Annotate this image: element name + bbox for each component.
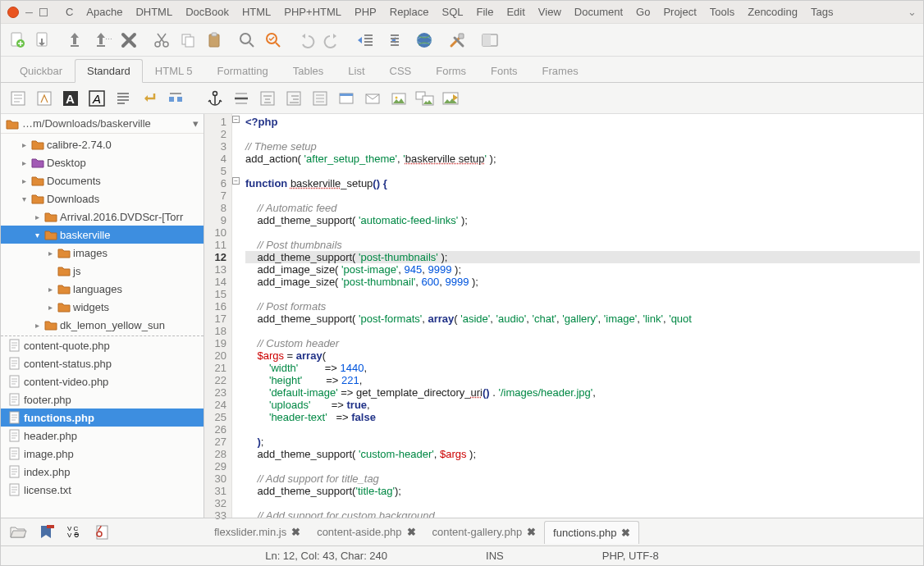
bold-icon[interactable]: A xyxy=(60,88,81,109)
menu-sql[interactable]: SQL xyxy=(435,3,469,21)
comment-icon[interactable] xyxy=(309,88,331,109)
preferences-icon[interactable] xyxy=(447,30,467,50)
file-item[interactable]: content-status.php xyxy=(1,354,204,372)
save-as-icon[interactable]: … xyxy=(93,30,112,50)
image-icon[interactable] xyxy=(388,88,409,109)
menu-php+html[interactable]: PHP+HTML xyxy=(277,3,348,21)
window-close-button[interactable] xyxy=(7,7,19,18)
link-icon[interactable] xyxy=(336,88,357,109)
bookmarks-icon[interactable] xyxy=(39,524,55,541)
file-item[interactable]: header.php xyxy=(1,427,204,445)
breadcrumb[interactable]: …m/Downloads/baskerville ▾ xyxy=(1,114,204,134)
file-item[interactable]: index.php xyxy=(1,463,204,481)
code-editor[interactable]: 1234567891011121314151617181920212223242… xyxy=(204,114,923,518)
menu-go[interactable]: Go xyxy=(629,3,656,21)
tree-item[interactable]: ▸Desktop xyxy=(1,153,204,171)
tree-item[interactable]: ▾baskerville xyxy=(1,226,204,244)
find-icon[interactable] xyxy=(237,30,257,50)
save-icon[interactable] xyxy=(66,30,86,50)
tree-item[interactable]: ▸images xyxy=(1,244,204,262)
fullscreen-icon[interactable] xyxy=(480,30,500,50)
menu-tags[interactable]: Tags xyxy=(804,3,839,21)
tree-item[interactable]: ▸Documents xyxy=(1,171,204,189)
file-tab[interactable]: content-gallery.php✖ xyxy=(424,521,545,543)
italic-icon[interactable]: A xyxy=(86,88,107,109)
tooltab-list[interactable]: List xyxy=(336,59,377,82)
menu-c[interactable]: C xyxy=(59,3,80,21)
tooltab-forms[interactable]: Forms xyxy=(423,59,478,82)
tree-item[interactable]: ▸Arrival.2016.DVDScr-[Torr xyxy=(1,208,204,226)
open-folder-icon[interactable] xyxy=(9,524,27,541)
menu-project[interactable]: Project xyxy=(656,3,702,21)
file-item[interactable]: footer.php xyxy=(1,390,204,409)
menu-view[interactable]: View xyxy=(532,3,568,21)
email-icon[interactable] xyxy=(362,88,383,109)
code-area[interactable]: <?php// Theme setupadd_action( 'after_se… xyxy=(242,114,923,518)
file-item[interactable]: content-video.php xyxy=(1,372,204,390)
menu-tools[interactable]: Tools xyxy=(703,3,741,21)
file-item[interactable]: license.txt xyxy=(1,481,204,499)
file-item[interactable]: content-quote.php xyxy=(1,336,204,354)
menu-dhtml[interactable]: DHTML xyxy=(129,3,179,21)
menu-overflow-icon[interactable]: ⌄ xyxy=(908,6,917,18)
tree-item[interactable]: ▸widgets xyxy=(1,298,204,316)
fold-marker[interactable]: − xyxy=(232,116,240,123)
tooltab-frames[interactable]: Frames xyxy=(530,59,591,82)
menu-apache[interactable]: Apache xyxy=(80,3,129,21)
close-tab-icon[interactable]: ✖ xyxy=(527,526,536,538)
find-replace-icon[interactable] xyxy=(263,30,283,50)
undo-icon[interactable] xyxy=(296,30,316,50)
tree-item[interactable]: ▾Downloads xyxy=(1,189,204,208)
anchor-icon[interactable] xyxy=(204,88,226,109)
menu-zencoding[interactable]: Zencoding xyxy=(741,3,804,21)
paragraph-icon[interactable] xyxy=(112,88,134,109)
tree-item[interactable]: ▸calibre-2.74.0 xyxy=(1,135,204,153)
window-maximize-button[interactable] xyxy=(39,8,48,16)
tooltab-formatting[interactable]: Formatting xyxy=(205,59,281,82)
indent-icon[interactable] xyxy=(382,30,401,50)
menu-replace[interactable]: Replace xyxy=(383,3,436,21)
tooltab-css[interactable]: CSS xyxy=(377,59,424,82)
paste-icon[interactable] xyxy=(204,30,224,50)
close-tab-icon[interactable]: ✖ xyxy=(407,526,416,538)
snippets-icon[interactable] xyxy=(94,524,111,541)
body-icon[interactable] xyxy=(7,88,29,109)
file-item[interactable]: image.php xyxy=(1,445,204,463)
thumbnail-icon[interactable] xyxy=(414,88,436,109)
dropdown-icon[interactable]: ▾ xyxy=(193,117,199,130)
menu-php[interactable]: PHP xyxy=(348,3,383,21)
charmap-icon[interactable]: V CV Ə xyxy=(66,524,83,541)
file-tab[interactable]: content-aside.php✖ xyxy=(309,521,423,543)
tree-item[interactable]: ▸languages xyxy=(1,280,204,298)
close-file-icon[interactable] xyxy=(119,30,139,50)
tooltab-quickbar[interactable]: Quickbar xyxy=(7,59,75,82)
tooltab-standard[interactable]: Standard xyxy=(75,59,143,83)
nbsp-icon[interactable] xyxy=(165,88,186,109)
redo-icon[interactable] xyxy=(322,30,342,50)
center-icon[interactable] xyxy=(257,88,278,109)
tooltab-fonts[interactable]: Fonts xyxy=(478,59,530,82)
tooltab-tables[interactable]: Tables xyxy=(281,59,336,82)
menu-document[interactable]: Document xyxy=(568,3,629,21)
hrule-icon[interactable] xyxy=(231,88,252,109)
menu-edit[interactable]: Edit xyxy=(500,3,531,21)
window-minimize-button[interactable]: – xyxy=(25,8,33,16)
menu-file[interactable]: File xyxy=(469,3,500,21)
file-tab[interactable]: flexslider.min.js✖ xyxy=(206,521,309,543)
copy-icon[interactable] xyxy=(178,30,198,50)
file-tab[interactable]: functions.php✖ xyxy=(544,521,639,544)
menu-html[interactable]: HTML xyxy=(236,3,277,21)
tree-item[interactable]: ▸dk_lemon_yellow_sun xyxy=(1,316,204,334)
tree-item[interactable]: js xyxy=(1,262,204,280)
close-tab-icon[interactable]: ✖ xyxy=(291,526,300,538)
fold-marker[interactable]: − xyxy=(232,177,240,185)
preview-browser-icon[interactable] xyxy=(414,30,434,50)
quickstart-icon[interactable] xyxy=(34,88,55,109)
new-file-icon[interactable] xyxy=(7,30,27,50)
open-file-icon[interactable] xyxy=(34,30,53,50)
multi-thumbnail-icon[interactable] xyxy=(441,88,462,109)
close-tab-icon[interactable]: ✖ xyxy=(621,527,630,539)
tooltab-html5[interactable]: HTML 5 xyxy=(143,59,205,82)
unindent-icon[interactable] xyxy=(355,30,375,50)
cut-icon[interactable] xyxy=(152,30,172,50)
